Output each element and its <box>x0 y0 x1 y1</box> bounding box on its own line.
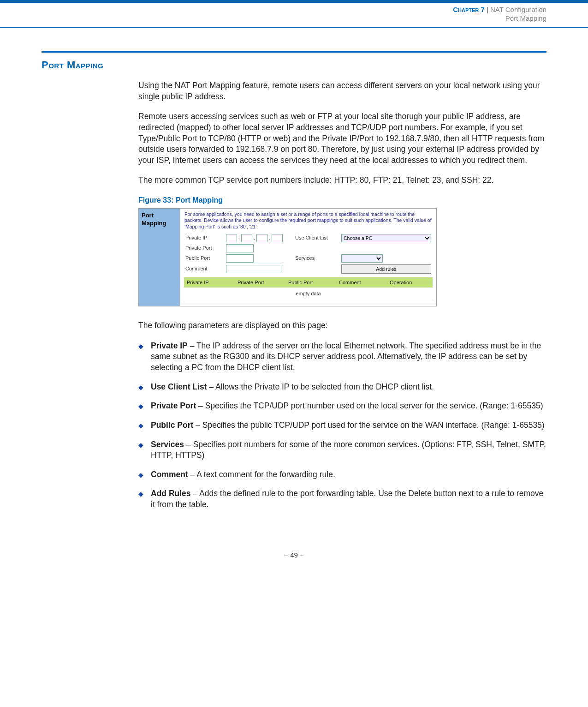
param-desc: – The IP address of the server on the lo… <box>151 341 541 372</box>
param-desc: – A text comment for the forwarding rule… <box>188 470 335 479</box>
content-area: Port Mapping Using the NAT Port Mapping … <box>0 28 588 537</box>
screenshot-table-header: Private IP Private Port Public Port Comm… <box>184 277 433 288</box>
list-item: ◆Services – Specifies port numbers for s… <box>138 439 546 461</box>
screenshot-empty-row: empty data <box>184 288 433 302</box>
header-separator: | <box>487 6 488 13</box>
ip-octet-4[interactable] <box>272 234 283 242</box>
label-private-ip: Private IP <box>185 234 221 241</box>
th-private-port: Private Port <box>238 279 288 286</box>
param-name: Comment <box>151 470 188 479</box>
diamond-bullet-icon: ◆ <box>138 490 143 510</box>
param-name: Services <box>151 440 184 449</box>
paragraph-1: Using the NAT Port Mapping feature, remo… <box>138 80 546 102</box>
label-public-port: Public Port <box>185 255 221 262</box>
screenshot-sidebar-title: Port Mapping <box>139 209 180 306</box>
diamond-bullet-icon: ◆ <box>138 421 143 431</box>
diamond-bullet-icon: ◆ <box>138 471 143 480</box>
page-number: – 49 – <box>0 537 588 577</box>
private-ip-group: . . . <box>226 234 291 242</box>
param-desc: – Allows the Private IP to be selected f… <box>207 382 434 391</box>
add-rules-button[interactable]: Add rules <box>341 264 431 274</box>
param-name: Use Client List <box>151 382 207 391</box>
header-chapter: Chapter 7 <box>453 6 485 13</box>
list-item: ◆Private Port – Specifies the TCP/UDP po… <box>138 401 546 412</box>
label-comment: Comment <box>185 265 221 272</box>
param-desc: – Specifies the TCP/UDP port number used… <box>196 401 543 410</box>
comment-input[interactable] <box>226 265 281 273</box>
paragraph-2: Remote users accessing services such as … <box>138 111 546 166</box>
params-intro: The following parameters are displayed o… <box>138 320 546 331</box>
diamond-bullet-icon: ◆ <box>138 342 143 373</box>
th-comment: Comment <box>339 279 390 286</box>
label-private-port: Private Port <box>185 245 221 252</box>
header-category: NAT Configuration <box>490 6 546 13</box>
param-name: Private Port <box>151 401 196 410</box>
screenshot-description: For some applications, you need to assig… <box>183 209 434 232</box>
list-item: ◆Private IP – The IP address of the serv… <box>138 341 546 373</box>
parameter-list: ◆Private IP – The IP address of the serv… <box>138 341 546 510</box>
ip-octet-1[interactable] <box>226 234 237 242</box>
ip-octet-3[interactable] <box>256 234 267 242</box>
screenshot-figure: Port Mapping For some applications, you … <box>138 208 437 307</box>
th-public-port: Public Port <box>288 279 339 286</box>
list-item: ◆Public Port – Specifies the public TCP/… <box>138 420 546 431</box>
label-use-client-list: Use Client List <box>295 234 337 241</box>
screenshot-form: Private IP . . . Use Client List Choose … <box>183 232 434 277</box>
list-item: ◆Use Client List – Allows the Private IP… <box>138 382 546 393</box>
param-name: Add Rules <box>151 489 191 498</box>
param-desc: – Specifies port numbers for some of the… <box>151 440 546 460</box>
diamond-bullet-icon: ◆ <box>138 402 143 412</box>
diamond-bullet-icon: ◆ <box>138 441 143 461</box>
list-item: ◆Comment – A text comment for the forwar… <box>138 469 546 480</box>
page-header: Chapter 7 | NAT Configuration Port Mappi… <box>0 3 588 25</box>
header-subtitle: Port Mapping <box>0 14 546 22</box>
section-rule <box>42 51 546 53</box>
private-port-input[interactable] <box>226 244 254 252</box>
body-column: Using the NAT Port Mapping feature, remo… <box>138 80 546 510</box>
paragraph-3: The more common TCP service port numbers… <box>138 175 546 186</box>
screenshot-main: For some applications, you need to assig… <box>180 209 436 306</box>
figure-caption: Figure 33: Port Mapping <box>138 195 546 205</box>
public-port-input[interactable] <box>226 254 254 263</box>
label-services: Services <box>295 255 337 262</box>
services-select[interactable] <box>341 254 383 263</box>
th-operation: Operation <box>390 279 430 286</box>
client-list-select[interactable]: Choose a PC <box>341 234 431 242</box>
param-name: Public Port <box>151 420 193 430</box>
section-title: Port Mapping <box>42 59 546 71</box>
th-private-ip: Private IP <box>187 279 238 286</box>
diamond-bullet-icon: ◆ <box>138 383 143 393</box>
param-desc: – Adds the defined rule to the port forw… <box>151 489 543 509</box>
list-item: ◆Add Rules – Adds the defined rule to th… <box>138 488 546 510</box>
param-desc: – Specifies the public TCP/UDP port used… <box>193 420 544 430</box>
param-name: Private IP <box>151 341 188 350</box>
ip-octet-2[interactable] <box>241 234 252 242</box>
